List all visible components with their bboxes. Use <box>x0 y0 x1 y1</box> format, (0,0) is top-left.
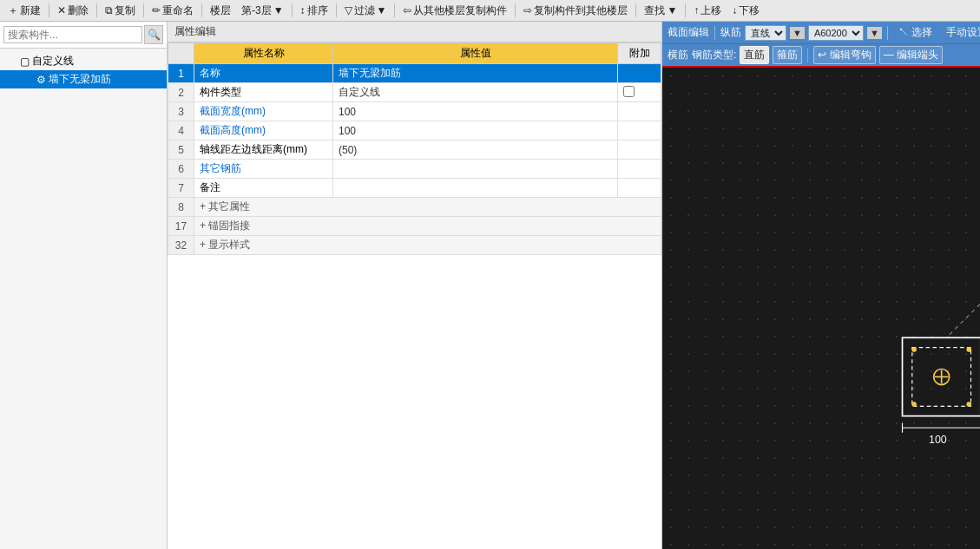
expand-row-num: 8 <box>168 198 194 217</box>
table-row[interactable]: 6其它钢筋 <box>168 160 661 179</box>
main-layout: 🔍 ▢ 自定义线 ⚙ 墙下无梁加筋 属性编辑 <box>0 22 980 549</box>
right-area: 属性编辑 属性名称 属性值 附加 1名称墙下无梁加筋2构件类型自定义线3截面宽度… <box>168 22 980 549</box>
sep7 <box>394 3 395 17</box>
copy-button[interactable]: ⧉ 复制 <box>101 2 140 20</box>
props-area: 属性编辑 属性名称 属性值 附加 1名称墙下无梁加筋2构件类型自定义线3截面宽度… <box>168 22 662 549</box>
floor-button[interactable]: 楼层 <box>206 2 235 20</box>
floor3-button[interactable]: 第-3层 ▼ <box>237 2 288 20</box>
sort-button[interactable]: ↕ 排序 <box>296 2 332 20</box>
copy-icon: ⧉ <box>105 4 113 16</box>
row-attach-cell <box>618 160 661 179</box>
row-value-cell[interactable] <box>333 179 618 198</box>
attach-checkbox[interactable] <box>623 86 635 97</box>
section-editor: 截面编辑 纵筋 直线 ▼ A60200 ▼ ↖ 选择 <box>662 22 980 549</box>
row-num-cell: 3 <box>168 102 194 121</box>
tree-root-label: 自定义线 <box>32 54 74 69</box>
new-button[interactable]: ＋ 新建 <box>3 2 45 20</box>
row-num-cell: 6 <box>168 160 194 179</box>
filter-icon: ▽ <box>345 4 352 16</box>
left-panel: 🔍 ▢ 自定义线 ⚙ 墙下无梁加筋 <box>0 22 168 549</box>
gear-icon: ⚙ <box>36 74 46 86</box>
expand-row-label[interactable]: + 显示样式 <box>194 236 661 255</box>
row-value-cell[interactable]: 100 <box>333 121 618 141</box>
svg-line-0 <box>946 171 980 337</box>
svg-point-9 <box>966 402 971 407</box>
sep1 <box>49 3 49 17</box>
row-value-cell[interactable]: 100 <box>333 102 618 121</box>
col-value-header: 属性值 <box>333 43 618 64</box>
search-bar: 🔍 <box>0 22 167 49</box>
row-num-cell: 4 <box>168 121 194 141</box>
filter-button[interactable]: ▽ 过滤 ▼ <box>340 2 391 20</box>
table-row[interactable]: 2构件类型自定义线 <box>168 83 661 102</box>
table-row[interactable]: 4截面高度(mm)100 <box>168 121 661 141</box>
row-value-cell[interactable]: 墙下无梁加筋 <box>333 64 618 83</box>
svg-point-7 <box>966 347 971 352</box>
row-value-cell[interactable] <box>333 160 618 179</box>
row-num-cell: 7 <box>168 179 194 198</box>
find-button[interactable]: 查找 ▼ <box>640 2 681 20</box>
sep8 <box>515 3 516 17</box>
copy-from-button[interactable]: ⇦ 从其他楼层复制构件 <box>398 2 511 20</box>
sep3 <box>143 3 144 17</box>
row-value-cell[interactable]: (50) <box>333 141 618 160</box>
delete-button[interactable]: ✕ 删除 <box>53 2 93 20</box>
steel-type-label: 钢筋类型: <box>692 48 736 62</box>
expand-row[interactable]: 32+ 显示样式 <box>168 236 661 255</box>
copy-to-button[interactable]: ⇨ 复制构件到其他楼层 <box>519 2 632 20</box>
sep6 <box>336 3 337 17</box>
sep2 <box>96 3 97 17</box>
expand-row[interactable]: 17+ 锚固指接 <box>168 217 661 236</box>
manual-ref-button[interactable]: 手动设置参考线 ▼ <box>941 24 980 41</box>
expand-row-num: 32 <box>168 236 194 255</box>
svg-point-6 <box>911 347 917 352</box>
edit-end-button[interactable]: — 编辑端头 <box>879 46 943 64</box>
down-button[interactable]: ↓ 下移 <box>727 2 764 20</box>
table-row[interactable]: 7备注 <box>168 179 661 198</box>
tree-root[interactable]: ▢ 自定义线 <box>0 52 167 70</box>
stirrup-btn[interactable]: 箍筋 <box>773 46 802 64</box>
end-icon: — <box>884 49 894 61</box>
props-table: 属性名称 属性值 附加 1名称墙下无梁加筋2构件类型自定义线3截面宽度(mm)1… <box>168 42 661 255</box>
table-row[interactable]: 5轴线距左边线距离(mm)(50) <box>168 141 661 160</box>
section-toolbar2: 横筋 钢筋类型: 直筋 箍筋 ↩ 编辑弯钩 — 编辑端头 <box>662 44 980 68</box>
heng-jin-label: 横筋 <box>668 48 688 62</box>
row-name-cell[interactable]: 截面宽度(mm) <box>194 102 333 121</box>
canvas-area: 全部纵筋 2C16 <box>662 68 980 549</box>
down-icon: ↓ <box>732 4 737 16</box>
table-row[interactable]: 1名称墙下无梁加筋 <box>168 64 661 83</box>
sep10 <box>685 3 686 17</box>
line-type-select[interactable]: 直线 <box>745 25 786 41</box>
row-attach-cell <box>618 64 661 83</box>
up-button[interactable]: ↑ 上移 <box>689 2 726 20</box>
bend-icon: ↩ <box>818 49 826 61</box>
search-button[interactable]: 🔍 <box>144 25 163 44</box>
col-name-header: 属性名称 <box>194 43 333 64</box>
expand-row-label[interactable]: + 锚固指接 <box>194 217 661 236</box>
row-name-cell: 构件类型 <box>194 83 333 102</box>
row-name-cell[interactable]: 其它钢筋 <box>194 160 333 179</box>
tree-child[interactable]: ⚙ 墙下无梁加筋 <box>0 70 167 88</box>
straight-btn[interactable]: 直筋 <box>740 46 769 64</box>
edit-bend-button[interactable]: ↩ 编辑弯钩 <box>813 46 875 64</box>
row-name-cell[interactable]: 截面高度(mm) <box>194 121 333 141</box>
section-title-label: 截面编辑 <box>668 25 709 40</box>
expand-row-label[interactable]: + 其它属性 <box>194 198 661 217</box>
row-value-cell[interactable]: 自定义线 <box>333 83 618 102</box>
expand-row[interactable]: 8+ 其它属性 <box>168 198 661 217</box>
row-name-cell: 轴线距左边线距离(mm) <box>194 141 333 160</box>
rename-icon: ✏ <box>152 4 161 16</box>
sep5 <box>292 3 293 17</box>
search-input[interactable] <box>3 26 142 43</box>
rename-button[interactable]: ✏ 重命名 <box>148 2 198 20</box>
sep4 <box>201 3 202 17</box>
row-attach-cell <box>618 102 661 121</box>
row-num-cell: 1 <box>168 64 194 83</box>
table-row[interactable]: 3截面宽度(mm)100 <box>168 102 661 121</box>
expand-row-num: 17 <box>168 217 194 236</box>
section-toolbar1: 截面编辑 纵筋 直线 ▼ A60200 ▼ ↖ 选择 <box>662 22 980 44</box>
tree-checkbox-icon: ▢ <box>20 56 30 68</box>
rebar-spec-select[interactable]: A60200 <box>808 25 864 41</box>
row-attach-cell <box>618 141 661 160</box>
select-button[interactable]: ↖ 选择 <box>893 24 937 41</box>
